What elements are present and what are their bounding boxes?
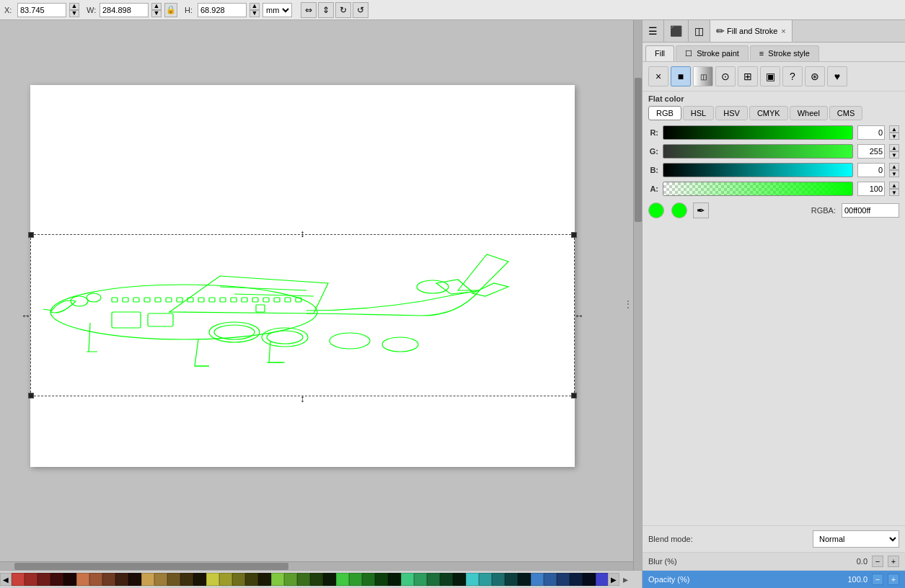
palette-swatch-44[interactable]: [583, 573, 596, 586]
palette-scroll-left[interactable]: ◀: [0, 573, 12, 586]
g-value-input[interactable]: [857, 144, 885, 159]
panel-drag-handle[interactable]: ⋮: [623, 298, 633, 310]
palette-swatch-32[interactable]: [427, 573, 440, 586]
palette-swatch-17[interactable]: [232, 573, 245, 586]
palette-swatch-30[interactable]: [401, 573, 414, 586]
horizontal-scrollbar[interactable]: [0, 561, 642, 570]
h-decrement[interactable]: ▼: [250, 10, 260, 17]
color-circle-prev[interactable]: [648, 202, 664, 218]
palette-swatch-2[interactable]: [37, 573, 50, 586]
palette-swatch-35[interactable]: [466, 573, 479, 586]
r-slider[interactable]: [663, 125, 853, 140]
canvas-area[interactable]: ↕ ↕ ↔ ↔ ⋮: [0, 20, 642, 588]
palette-swatch-36[interactable]: [479, 573, 492, 586]
a-decrement[interactable]: ▼: [889, 189, 899, 196]
a-value-input[interactable]: [857, 182, 885, 196]
subtab-stroke-style[interactable]: ≡ Stroke style: [750, 45, 819, 61]
palette-swatch-11[interactable]: [154, 573, 167, 586]
b-value-input[interactable]: [857, 163, 885, 177]
palette-swatch-21[interactable]: [284, 573, 297, 586]
palette-swatch-24[interactable]: [323, 573, 336, 586]
lock-aspect-btn[interactable]: 🔒: [164, 3, 177, 17]
fill-type-linear-btn[interactable]: ◫: [693, 66, 713, 86]
palette-swatch-45[interactable]: [596, 573, 608, 586]
fill-type-unknown-btn[interactable]: ♥: [827, 66, 847, 86]
g-increment[interactable]: ▲: [889, 144, 899, 151]
palette-swatch-15[interactable]: [206, 573, 219, 586]
palette-swatch-18[interactable]: [245, 573, 258, 586]
palette-swatch-19[interactable]: [258, 573, 271, 586]
w-increment[interactable]: ▲: [151, 3, 162, 10]
eyedropper-btn[interactable]: ✒: [693, 202, 709, 218]
rotate-ccw-btn[interactable]: ↺: [353, 2, 368, 18]
x-increment[interactable]: ▲: [69, 3, 79, 10]
palette-swatch-34[interactable]: [453, 573, 466, 586]
x-decrement[interactable]: ▼: [69, 10, 79, 17]
palette-swatch-39[interactable]: [518, 573, 531, 586]
subtab-stroke-paint[interactable]: ☐ Stroke paint: [676, 45, 749, 61]
palette-swatch-25[interactable]: [336, 573, 349, 586]
handle-mr[interactable]: ↔: [574, 310, 584, 321]
tab-fill-icon[interactable]: ⬛: [664, 20, 689, 42]
fill-type-flat-btn[interactable]: ■: [671, 66, 691, 86]
tab-layers[interactable]: ◫: [689, 20, 710, 42]
unit-select[interactable]: mm px in cm pt: [262, 3, 292, 17]
g-slider[interactable]: [663, 144, 853, 159]
mode-cms[interactable]: CMS: [829, 106, 862, 120]
palette-swatch-41[interactable]: [544, 573, 557, 586]
b-slider[interactable]: [663, 163, 853, 177]
palette-swatch-23[interactable]: [310, 573, 323, 586]
b-decrement[interactable]: ▼: [889, 170, 899, 177]
flip-horizontal-btn[interactable]: ⇔: [301, 2, 317, 18]
vertical-scroll-thumb[interactable]: [635, 78, 642, 222]
fill-type-swatch-btn[interactable]: ?: [782, 66, 803, 86]
palette-swatch-40[interactable]: [531, 573, 544, 586]
fill-type-none-btn[interactable]: ×: [648, 66, 668, 86]
palette-swatch-14[interactable]: [193, 573, 206, 586]
h-input[interactable]: [198, 3, 247, 17]
palette-swatch-16[interactable]: [219, 573, 232, 586]
a-increment[interactable]: ▲: [889, 182, 899, 189]
mode-hsl[interactable]: HSL: [683, 106, 714, 120]
x-input[interactable]: [17, 3, 66, 17]
r-value-input[interactable]: [857, 125, 885, 140]
tab-fill-stroke[interactable]: ✏ Fill and Stroke ×: [710, 20, 793, 42]
blur-decrement[interactable]: −: [872, 556, 883, 567]
subtab-fill[interactable]: Fill: [645, 45, 674, 61]
blend-mode-select[interactable]: Normal Multiply Screen Overlay Darken Li…: [813, 530, 899, 548]
palette-swatch-43[interactable]: [570, 573, 583, 586]
fill-type-pattern-btn[interactable]: ▣: [760, 66, 780, 86]
horizontal-scroll-thumb[interactable]: [14, 563, 288, 570]
r-increment[interactable]: ▲: [889, 125, 899, 133]
mode-wheel[interactable]: Wheel: [790, 106, 828, 120]
mode-hsv[interactable]: HSV: [715, 106, 748, 120]
stroke-paint-checkbox[interactable]: ☐: [685, 49, 692, 58]
color-circle-cur[interactable]: [671, 202, 687, 218]
fill-type-marker-btn[interactable]: ⊛: [805, 66, 825, 86]
vertical-scrollbar[interactable]: [633, 20, 642, 570]
opacity-increment[interactable]: +: [888, 574, 899, 585]
w-input[interactable]: [100, 3, 149, 17]
palette-swatch-8[interactable]: [115, 573, 128, 586]
rgba-hex-input[interactable]: [842, 203, 899, 218]
tab-object-properties[interactable]: ☰: [643, 20, 664, 42]
palette-scroll-right[interactable]: ▶: [608, 573, 619, 586]
palette-swatch-38[interactable]: [505, 573, 518, 586]
palette-swatch-6[interactable]: [89, 573, 102, 586]
palette-swatch-26[interactable]: [349, 573, 362, 586]
blur-increment[interactable]: +: [888, 556, 899, 567]
palette-swatch-3[interactable]: [50, 573, 63, 586]
palette-swatch-28[interactable]: [375, 573, 388, 586]
fill-type-radial-btn[interactable]: ⊙: [715, 66, 736, 86]
palette-swatch-4[interactable]: [63, 573, 76, 586]
palette-swatch-37[interactable]: [492, 573, 505, 586]
a-slider[interactable]: [663, 182, 853, 196]
palette-swatch-5[interactable]: [76, 573, 89, 586]
palette-swatch-20[interactable]: [271, 573, 284, 586]
fill-stroke-close-btn[interactable]: ×: [781, 27, 785, 35]
palette-swatch-33[interactable]: [440, 573, 453, 586]
palette-swatch-29[interactable]: [388, 573, 401, 586]
palette-swatch-1[interactable]: [25, 573, 37, 586]
rotate-cw-btn[interactable]: ↻: [335, 2, 351, 18]
palette-swatch-42[interactable]: [557, 573, 570, 586]
